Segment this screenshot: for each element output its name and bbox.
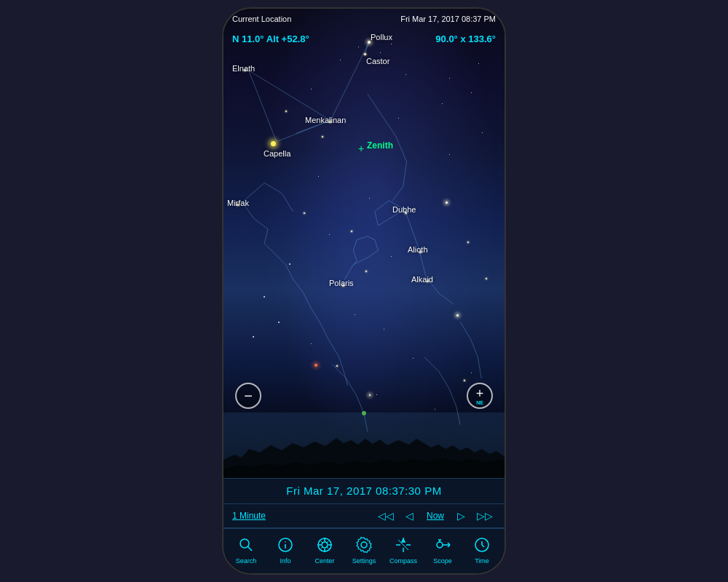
- label-menkalinan: Menkalinan: [305, 116, 346, 124]
- time-interval[interactable]: 1 Minute: [232, 511, 266, 521]
- time-icon: [472, 535, 492, 555]
- label-alkaid: Alkaid: [411, 275, 433, 284]
- label-elnath: Elnath: [232, 64, 255, 73]
- svg-line-51: [456, 407, 460, 424]
- zenith-cross: +: [358, 143, 364, 154]
- svg-line-57: [248, 547, 253, 551]
- search-icon: [236, 535, 256, 555]
- svg-line-19: [328, 339, 339, 356]
- playback-controls: ◁◁ ◁ Now ▷ ▷▷: [375, 509, 496, 523]
- svg-line-54: [478, 357, 481, 378]
- svg-line-8: [282, 194, 293, 211]
- skip-forward-button[interactable]: ▷: [454, 509, 468, 523]
- svg-line-37: [353, 250, 357, 261]
- zoom-plus-button[interactable]: + NE: [467, 383, 493, 409]
- svg-line-10: [254, 218, 269, 229]
- svg-line-50: [449, 389, 456, 407]
- star-capella: [271, 141, 276, 146]
- settings-label: Settings: [352, 557, 376, 565]
- svg-line-53: [471, 339, 478, 356]
- svg-line-44: [332, 364, 347, 379]
- svg-point-68: [437, 542, 443, 548]
- phone-frame: Current Location Fri Mar 17, 2017 08:37 …: [222, 7, 506, 575]
- toolbar-item-info[interactable]: Info: [269, 535, 301, 565]
- zoom-plus-icon: +: [476, 387, 484, 400]
- svg-line-47: [364, 414, 368, 431]
- skip-back-button[interactable]: ◁: [403, 509, 416, 523]
- svg-line-15: [293, 279, 304, 293]
- toolbar-item-scope[interactable]: Scope: [427, 535, 459, 565]
- svg-line-5: [249, 71, 331, 120]
- toolbar-item-settings[interactable]: Settings: [348, 535, 380, 565]
- scope-label: Scope: [433, 557, 452, 565]
- svg-line-48: [424, 357, 439, 372]
- svg-point-60: [285, 541, 286, 543]
- label-polaris: Polaris: [329, 279, 354, 287]
- svg-line-42: [403, 162, 407, 186]
- svg-line-45: [347, 378, 357, 396]
- svg-line-43: [392, 186, 403, 201]
- svg-line-31: [353, 258, 368, 265]
- label-mirfak: Mirfak: [227, 199, 249, 207]
- center-icon: [314, 535, 335, 555]
- zenith-label: Zenith: [367, 140, 393, 151]
- skip-forward-far-button[interactable]: ▷▷: [474, 509, 496, 523]
- label-dubhe: Dubhe: [392, 205, 416, 214]
- star-castor: [364, 53, 366, 55]
- constellation-lines: [223, 9, 505, 478]
- coord-top-left: N 11.0° Alt +52.8°: [232, 32, 309, 45]
- svg-line-33: [375, 240, 379, 251]
- svg-line-11: [264, 229, 268, 244]
- svg-line-14: [286, 265, 293, 279]
- svg-point-56: [240, 539, 249, 548]
- label-alioth: Alioth: [408, 245, 428, 254]
- svg-line-52: [460, 322, 471, 339]
- direction-alt: N 11.0° Alt +52.8°: [232, 33, 309, 44]
- svg-line-40: [381, 116, 396, 137]
- svg-line-12: [264, 244, 275, 255]
- skip-back-far-button[interactable]: ◁◁: [375, 509, 397, 523]
- svg-line-13: [275, 254, 286, 265]
- svg-line-34: [368, 236, 375, 240]
- svg-line-18: [321, 325, 328, 340]
- svg-line-49: [439, 371, 450, 388]
- svg-line-16: [304, 293, 311, 308]
- label-capella: Capella: [264, 149, 290, 158]
- location-label: Current Location: [232, 15, 291, 23]
- svg-line-22: [405, 210, 419, 249]
- svg-line-4: [249, 71, 277, 142]
- toolbar-item-time[interactable]: Time: [466, 535, 498, 565]
- search-label: Search: [236, 557, 257, 565]
- fov-display: 90.0° x 133.6°: [435, 33, 496, 44]
- header-datetime: Fri Mar 17, 2017 08:37 PM: [400, 15, 496, 23]
- svg-line-1: [331, 42, 369, 121]
- status-bar: Current Location Fri Mar 17, 2017 08:37 …: [223, 9, 505, 29]
- compass-icon: [393, 535, 414, 555]
- svg-line-25: [375, 201, 389, 212]
- toolbar-item-center[interactable]: Center: [309, 535, 341, 565]
- scope-icon: [432, 535, 453, 555]
- status-dot: [362, 411, 366, 415]
- svg-line-17: [311, 307, 322, 324]
- toolbar-item-search[interactable]: Search: [230, 535, 262, 565]
- center-label: Center: [314, 557, 334, 565]
- toolbar: Search Info Center Settings: [223, 528, 505, 573]
- zoom-minus-button[interactable]: −: [235, 383, 261, 409]
- svg-line-29: [439, 293, 454, 304]
- info-icon: [275, 535, 296, 555]
- svg-line-41: [396, 137, 407, 162]
- info-label: Info: [280, 557, 290, 565]
- time-display: Fri Mar 17, 2017 08:37:30 PM: [286, 485, 441, 497]
- sky-view[interactable]: Current Location Fri Mar 17, 2017 08:37 …: [223, 9, 505, 478]
- toolbar-item-compass[interactable]: Compass: [387, 535, 419, 565]
- svg-line-7: [264, 183, 282, 194]
- compass-label: Compass: [389, 557, 417, 565]
- svg-line-39: [368, 94, 382, 115]
- now-button[interactable]: Now: [422, 509, 448, 522]
- settings-icon: [354, 535, 374, 555]
- playback-bar: 1 Minute ◁◁ ◁ Now ▷ ▷▷: [223, 504, 505, 528]
- label-pollux: Pollux: [371, 33, 392, 41]
- coord-top-right: 90.0° x 133.6°: [435, 32, 496, 45]
- svg-line-26: [375, 212, 379, 226]
- zoom-ne-label: NE: [476, 400, 483, 405]
